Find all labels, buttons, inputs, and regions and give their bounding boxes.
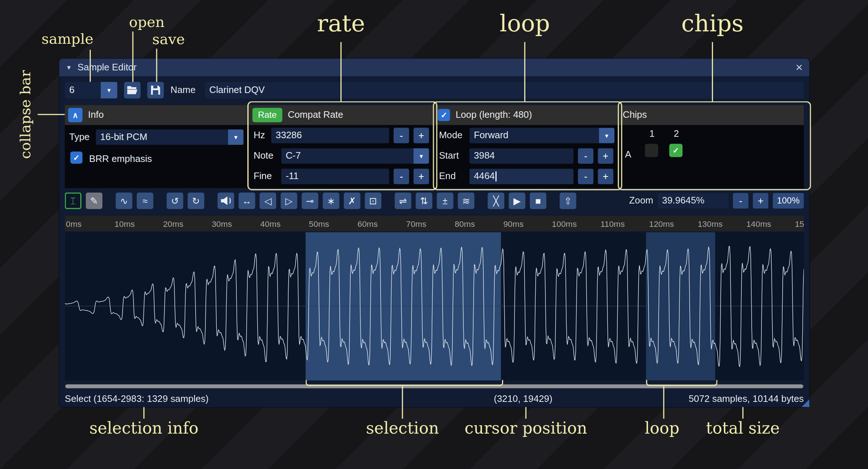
window-resize-grip[interactable] xyxy=(802,399,809,407)
insert-silence-button[interactable]: ⊸ xyxy=(302,193,319,209)
chip-a1-checkbox[interactable] xyxy=(645,144,658,157)
waveform-scrollbar[interactable] xyxy=(65,384,804,389)
annotation-open: open xyxy=(129,14,165,30)
loop-end-input[interactable]: 4464 xyxy=(470,169,574,184)
annotation-collapse-bar: collapse bar xyxy=(17,67,34,162)
undo-button[interactable]: ↺ xyxy=(167,193,184,209)
loop-end-decrement-button[interactable]: - xyxy=(578,169,593,184)
title-bar[interactable]: ▼ Sample Editor × xyxy=(59,59,809,77)
hz-increment-button[interactable]: + xyxy=(413,128,429,143)
loop-start-increment-button[interactable]: + xyxy=(598,148,613,163)
save-button[interactable] xyxy=(147,82,164,98)
redo-button[interactable]: ↻ xyxy=(188,193,204,209)
waveform-area[interactable] xyxy=(65,232,804,380)
loop-checkbox[interactable]: ✓ xyxy=(438,109,450,121)
loop-start-input[interactable]: 3984 xyxy=(470,148,574,163)
annotated-screenshot: ▼ Sample Editor × 6 ▼ Name Clarinet DQV xyxy=(0,0,868,469)
preview-stop-button[interactable]: ■ xyxy=(530,193,547,209)
trim-icon: ⊡ xyxy=(369,196,377,206)
timeline-label: 100ms xyxy=(551,216,599,231)
rate-button[interactable]: Rate xyxy=(252,108,282,122)
collapse-window-icon[interactable]: ▼ xyxy=(66,64,72,71)
zoom-label: Zoom xyxy=(629,195,653,206)
loop-end-increment-button[interactable]: + xyxy=(598,169,613,184)
loop-mode-select[interactable]: Forward ▼ xyxy=(470,128,615,143)
crossfade-button[interactable]: ╳ xyxy=(488,193,505,209)
insert-silence-icon: ⊸ xyxy=(306,196,314,206)
loop-start-label: Start xyxy=(439,148,459,163)
fine-input[interactable]: -11 xyxy=(281,169,389,184)
note-select[interactable]: C-7 ▼ xyxy=(281,148,429,163)
annotation-line xyxy=(402,386,403,419)
redo-icon: ↻ xyxy=(192,196,200,206)
filter-button[interactable]: ≋ xyxy=(458,193,475,209)
zoom-decrement-button[interactable]: - xyxy=(733,193,748,208)
fade-in-button[interactable]: ◁ xyxy=(260,193,277,209)
status-total-size: 5072 samples, 10144 bytes xyxy=(689,394,804,405)
close-icon[interactable]: × xyxy=(795,61,803,73)
loop-end-label: End xyxy=(439,169,456,184)
signed-unsigned-button[interactable]: ± xyxy=(437,193,454,209)
invert-button[interactable]: ⇅ xyxy=(416,193,432,209)
type-select[interactable]: 16-bit PCM ▼ xyxy=(96,129,243,145)
floppy-disk-icon xyxy=(151,85,161,95)
play-icon: ▶ xyxy=(513,196,521,206)
timeline-label: 20ms xyxy=(162,216,211,231)
delete-button[interactable]: ✗ xyxy=(344,193,360,209)
hz-decrement-button[interactable]: - xyxy=(394,128,409,143)
chevron-down-icon[interactable]: ▼ xyxy=(228,129,243,145)
info-collapse-button[interactable]: ∧ xyxy=(68,108,82,122)
text-caret xyxy=(495,171,497,181)
chevron-down-icon[interactable]: ▼ xyxy=(413,148,429,163)
timeline-label: 30ms xyxy=(211,216,259,231)
timeline-label: 0ms xyxy=(65,216,113,231)
resize-button[interactable]: ∿ xyxy=(116,193,132,209)
timeline-label: 80ms xyxy=(454,216,502,231)
zoom-increment-button[interactable]: + xyxy=(753,193,768,208)
fine-decrement-button[interactable]: - xyxy=(394,169,409,184)
hz-input[interactable]: 33286 xyxy=(271,128,389,143)
normalize-button[interactable]: ↔ xyxy=(239,193,255,209)
chip-a2-checkbox[interactable]: ✓ xyxy=(669,144,682,157)
trim-button[interactable]: ⊡ xyxy=(365,193,382,209)
open-button[interactable] xyxy=(124,82,141,98)
scrollbar-thumb[interactable] xyxy=(65,384,803,388)
hz-label: Hz xyxy=(254,128,265,143)
loop-start-value: 3984 xyxy=(474,150,495,161)
preview-play-button[interactable]: ▶ xyxy=(509,193,525,209)
zoom-reset-button[interactable]: 100% xyxy=(773,193,804,208)
note-label: Note xyxy=(254,148,274,163)
chevron-down-icon[interactable]: ▼ xyxy=(599,128,614,143)
apply-silence-button[interactable]: ∗ xyxy=(323,193,340,209)
import-button[interactable]: ⇧ xyxy=(560,193,576,209)
sign-icon: ± xyxy=(443,196,448,206)
invert-icon: ⇅ xyxy=(420,196,428,206)
loop-start-decrement-button[interactable]: - xyxy=(578,148,593,163)
loop-panel-title: Loop (length: 480) xyxy=(456,109,532,120)
edit-mode-select-button[interactable]: ⌶ xyxy=(65,193,82,209)
annotation-chips: chips xyxy=(681,10,744,37)
reverse-button[interactable]: ⇌ xyxy=(395,193,412,209)
delete-icon: ✗ xyxy=(348,196,356,206)
edit-mode-draw-button[interactable]: ✎ xyxy=(86,193,103,209)
status-cursor-position: (3210, 19429) xyxy=(494,394,552,405)
silence-icon: ∗ xyxy=(327,196,335,206)
fade-out-button[interactable]: ▷ xyxy=(281,193,297,209)
name-input[interactable]: Clarinet DQV xyxy=(205,82,804,98)
fine-increment-button[interactable]: + xyxy=(413,169,429,184)
chevron-down-icon[interactable]: ▼ xyxy=(101,82,117,98)
resample-button[interactable]: ≈ xyxy=(137,193,154,209)
annotation-line xyxy=(90,50,91,82)
amplify-button[interactable] xyxy=(217,193,234,209)
zoom-input[interactable]: 39.9645% xyxy=(657,193,728,208)
annotation-line xyxy=(742,407,744,419)
annotation-line xyxy=(712,42,713,102)
annotation-line xyxy=(132,31,134,82)
select-tool-icon: ⌶ xyxy=(70,196,76,206)
timeline-label: 40ms xyxy=(259,216,308,231)
timeline-label: 60ms xyxy=(356,216,405,231)
sample-number-select[interactable]: 6 ▼ xyxy=(65,82,117,98)
brr-emphasis-checkbox[interactable]: ✓ xyxy=(70,152,82,164)
type-value: 16-bit PCM xyxy=(96,129,228,145)
fade-out-icon: ▷ xyxy=(285,196,293,206)
